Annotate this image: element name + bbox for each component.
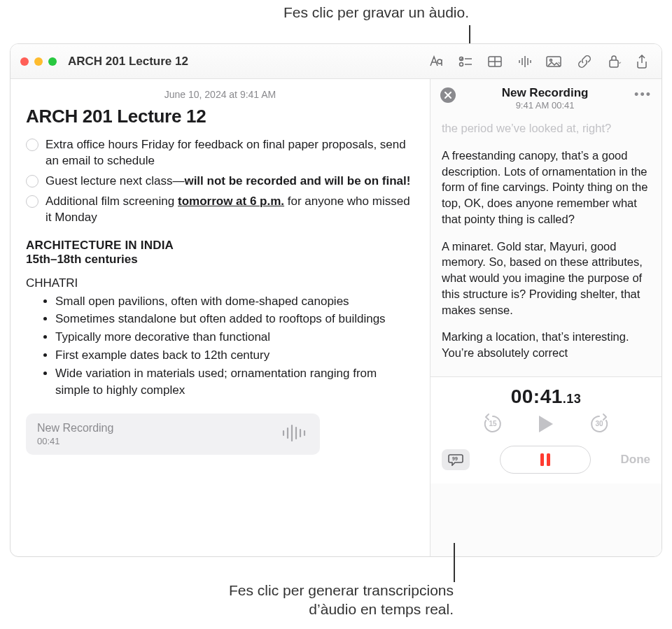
list-item: Sometimes standalone but often added to … xyxy=(55,311,414,327)
recording-timer: 00:41.13 xyxy=(442,386,650,408)
close-window-button[interactable] xyxy=(20,57,29,66)
chevron-down-icon: ⌄ xyxy=(617,57,622,65)
svg-rect-26 xyxy=(547,453,550,466)
checklist-item[interactable]: Guest lecture next class—will not be rec… xyxy=(26,174,414,190)
link-note-button[interactable] xyxy=(575,53,594,70)
checklist-item[interactable]: Extra office hours Friday for feedback o… xyxy=(26,137,414,169)
titlebar: ARCH 201 Lecture 12 xyxy=(10,44,662,79)
text-bold: will not be recorded and will be on fina… xyxy=(184,174,410,188)
svg-marker-23 xyxy=(539,416,553,432)
skip-forward-30-button[interactable]: 30 xyxy=(587,412,611,436)
fullscreen-window-button[interactable] xyxy=(48,57,57,66)
checklist-text: Additional film screening tomorrow at 6 … xyxy=(46,194,414,226)
section-heading: ARCHITECTURE IN INDIA xyxy=(26,239,414,253)
checkbox-icon[interactable] xyxy=(26,195,38,208)
checklist-item[interactable]: Additional film screening tomorrow at 6 … xyxy=(26,194,414,226)
transcript-paragraph: A freestanding canopy, that’s a good des… xyxy=(442,148,650,227)
timer-main: 00:41 xyxy=(511,386,563,407)
recording-title: New Recording xyxy=(456,86,634,100)
app-window: ARCH 201 Lecture 12 xyxy=(10,43,662,557)
svg-point-2 xyxy=(460,62,463,66)
note-content-pane: June 10, 2024 at 9:41 AM ARCH 201 Lectur… xyxy=(10,79,430,556)
attachment-title: New Recording xyxy=(37,422,113,434)
attachment-duration: 00:41 xyxy=(37,436,113,446)
topic-label: CHHATRI xyxy=(26,276,414,290)
transcript-paragraph: Marking a location, that’s interesting. … xyxy=(442,329,650,361)
list-item: Small open pavilions, often with dome-sh… xyxy=(55,293,414,310)
callout-transcription: Fes clic per generar transcripcions d’àu… xyxy=(105,581,454,619)
checkbox-icon[interactable] xyxy=(26,175,38,188)
transcription-toggle-button[interactable]: 99 xyxy=(442,449,470,470)
checklist-text: Extra office hours Friday for feedback o… xyxy=(46,137,414,169)
svg-rect-25 xyxy=(540,453,544,466)
svg-point-13 xyxy=(550,59,552,61)
bullet-list: Small open pavilions, often with dome-sh… xyxy=(55,293,414,399)
playback-controls: 00:41.13 15 30 xyxy=(430,376,662,483)
skip-back-15-button[interactable]: 15 xyxy=(481,412,505,436)
skip-back-label: 15 xyxy=(489,420,496,427)
format-text-button[interactable] xyxy=(426,53,446,70)
skip-fwd-label: 30 xyxy=(595,420,603,427)
pause-record-button[interactable] xyxy=(500,446,591,474)
minimize-window-button[interactable] xyxy=(34,57,43,66)
close-recording-button[interactable] xyxy=(440,87,456,103)
table-button[interactable] xyxy=(485,53,505,70)
list-item: Wide variation in materials used; orname… xyxy=(55,365,414,399)
window-title: ARCH 201 Lecture 12 xyxy=(68,55,188,69)
timer-ms: .13 xyxy=(563,392,582,406)
play-button[interactable] xyxy=(534,412,558,436)
transcript-faded-line: the period we’ve looked at, right? xyxy=(442,120,650,136)
svg-text:99: 99 xyxy=(452,456,458,461)
note-timestamp: June 10, 2024 at 9:41 AM xyxy=(26,89,414,100)
callout-line1: Fes clic per generar transcripcions xyxy=(229,582,454,598)
transcript-area: the period we’ve looked at, right? A fre… xyxy=(430,115,662,376)
done-button[interactable]: Done xyxy=(621,453,651,467)
list-item: Typically more decorative than functiona… xyxy=(55,329,414,346)
chevron-down-icon: ⌄ xyxy=(556,57,562,65)
toolbar: ⌄ ⌄ xyxy=(426,53,652,70)
text-segment: Additional film screening xyxy=(46,195,178,208)
checkbox-icon[interactable] xyxy=(26,139,38,151)
checklist-text: Guest lecture next class—will not be rec… xyxy=(46,174,410,190)
waveform-icon xyxy=(281,423,309,446)
more-options-button[interactable]: ••• xyxy=(634,86,652,102)
window-controls xyxy=(20,57,57,66)
text-bold-underline: tomorrow at 6 p.m. xyxy=(178,195,284,208)
callout-line2: d’àudio en temps real. xyxy=(309,601,454,617)
callout-line xyxy=(454,543,455,582)
note-heading: ARCH 201 Lecture 12 xyxy=(26,106,414,127)
record-audio-button[interactable] xyxy=(514,53,534,70)
text-segment: Guest lecture next class— xyxy=(46,174,184,188)
callout-record-audio: Fes clic per gravar un àudio. xyxy=(0,4,469,21)
recording-attachment[interactable]: New Recording 00:41 xyxy=(26,414,320,455)
share-button[interactable] xyxy=(632,53,652,70)
list-item: First example dates back to 12th century xyxy=(55,347,414,364)
transcript-paragraph: A minaret. Gold star, Mayuri, good memor… xyxy=(442,239,650,318)
recording-panel: New Recording 9:41 AM 00:41 ••• the peri… xyxy=(430,79,662,556)
checklist: Extra office hours Friday for feedback o… xyxy=(26,137,414,226)
recording-meta: 9:41 AM 00:41 xyxy=(456,100,634,111)
checklist-button[interactable] xyxy=(456,53,475,70)
section-subheading: 15th–18th centuries xyxy=(26,253,414,267)
